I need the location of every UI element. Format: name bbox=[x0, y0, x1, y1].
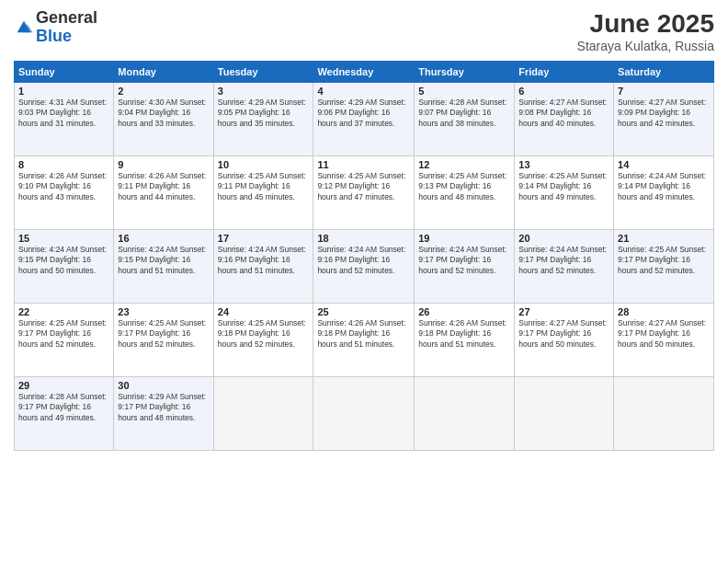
calendar-body: 1Sunrise: 4:31 AM Sunset: 9:03 PM Daylig… bbox=[15, 83, 714, 451]
day-info: Sunrise: 4:24 AM Sunset: 9:17 PM Dayligh… bbox=[418, 245, 510, 276]
week-row-1: 1Sunrise: 4:31 AM Sunset: 9:03 PM Daylig… bbox=[15, 83, 714, 156]
day-info: Sunrise: 4:29 AM Sunset: 9:05 PM Dayligh… bbox=[218, 98, 310, 129]
day-info: Sunrise: 4:25 AM Sunset: 9:14 PM Dayligh… bbox=[518, 171, 609, 202]
day-info: Sunrise: 4:31 AM Sunset: 9:03 PM Dayligh… bbox=[18, 98, 109, 129]
day-info: Sunrise: 4:25 AM Sunset: 9:17 PM Dayligh… bbox=[118, 318, 209, 350]
day-number: 7 bbox=[618, 86, 710, 97]
day-number: 5 bbox=[418, 86, 510, 97]
header-day-saturday: Saturday bbox=[614, 62, 714, 83]
day-number: 20 bbox=[518, 233, 609, 244]
logo-general: General bbox=[36, 9, 97, 28]
day-info: Sunrise: 4:24 AM Sunset: 9:14 PM Dayligh… bbox=[618, 171, 710, 202]
day-number: 4 bbox=[317, 86, 410, 97]
day-number: 10 bbox=[218, 159, 310, 170]
week-row-4: 22Sunrise: 4:25 AM Sunset: 9:17 PM Dayli… bbox=[15, 304, 714, 377]
week-row-3: 15Sunrise: 4:24 AM Sunset: 9:15 PM Dayli… bbox=[15, 230, 714, 304]
day-number: 30 bbox=[118, 380, 209, 391]
header-day-wednesday: Wednesday bbox=[313, 62, 415, 83]
day-info: Sunrise: 4:26 AM Sunset: 9:10 PM Dayligh… bbox=[18, 171, 109, 202]
calendar-cell: 25Sunrise: 4:26 AM Sunset: 9:18 PM Dayli… bbox=[313, 304, 415, 377]
day-number: 13 bbox=[518, 159, 609, 170]
day-number: 6 bbox=[518, 86, 609, 97]
header-day-sunday: Sunday bbox=[15, 62, 114, 83]
calendar-cell: 26Sunrise: 4:26 AM Sunset: 9:18 PM Dayli… bbox=[415, 304, 515, 377]
header-day-monday: Monday bbox=[114, 62, 213, 83]
calendar-cell: 15Sunrise: 4:24 AM Sunset: 9:15 PM Dayli… bbox=[15, 230, 114, 304]
calendar-cell: 19Sunrise: 4:24 AM Sunset: 9:17 PM Dayli… bbox=[415, 230, 515, 304]
day-info: Sunrise: 4:25 AM Sunset: 9:17 PM Dayligh… bbox=[618, 245, 710, 276]
day-number: 28 bbox=[618, 306, 710, 317]
day-number: 12 bbox=[418, 159, 510, 170]
calendar-cell: 21Sunrise: 4:25 AM Sunset: 9:17 PM Dayli… bbox=[614, 230, 714, 304]
calendar-cell: 18Sunrise: 4:24 AM Sunset: 9:16 PM Dayli… bbox=[313, 230, 415, 304]
calendar-cell: 12Sunrise: 4:25 AM Sunset: 9:13 PM Dayli… bbox=[415, 156, 515, 230]
day-info: Sunrise: 4:26 AM Sunset: 9:18 PM Dayligh… bbox=[418, 318, 510, 350]
title-block: June 2025 Staraya Kulatka, Russia bbox=[577, 9, 714, 53]
calendar-cell: 7Sunrise: 4:27 AM Sunset: 9:09 PM Daylig… bbox=[614, 83, 714, 156]
logo: General Blue bbox=[14, 9, 97, 46]
calendar-cell: 16Sunrise: 4:24 AM Sunset: 9:15 PM Dayli… bbox=[114, 230, 213, 304]
day-number: 21 bbox=[618, 233, 710, 244]
day-number: 26 bbox=[418, 306, 510, 317]
day-info: Sunrise: 4:25 AM Sunset: 9:11 PM Dayligh… bbox=[218, 171, 310, 202]
calendar-cell: 5Sunrise: 4:28 AM Sunset: 9:07 PM Daylig… bbox=[415, 83, 515, 156]
day-number: 19 bbox=[418, 233, 510, 244]
calendar-cell: 22Sunrise: 4:25 AM Sunset: 9:17 PM Dayli… bbox=[15, 304, 114, 377]
day-info: Sunrise: 4:27 AM Sunset: 9:09 PM Dayligh… bbox=[618, 98, 710, 129]
calendar-cell: 1Sunrise: 4:31 AM Sunset: 9:03 PM Daylig… bbox=[15, 83, 114, 156]
calendar-table: SundayMondayTuesdayWednesdayThursdayFrid… bbox=[14, 61, 714, 451]
header-day-thursday: Thursday bbox=[415, 62, 515, 83]
subtitle: Staraya Kulatka, Russia bbox=[577, 39, 714, 53]
day-info: Sunrise: 4:28 AM Sunset: 9:17 PM Dayligh… bbox=[18, 392, 109, 423]
calendar-cell: 4Sunrise: 4:29 AM Sunset: 9:06 PM Daylig… bbox=[313, 83, 415, 156]
header: General Blue June 2025 Staraya Kulatka, … bbox=[14, 9, 714, 53]
day-number: 2 bbox=[118, 86, 209, 97]
day-info: Sunrise: 4:26 AM Sunset: 9:18 PM Dayligh… bbox=[317, 318, 410, 350]
calendar-cell: 23Sunrise: 4:25 AM Sunset: 9:17 PM Dayli… bbox=[114, 304, 213, 377]
day-number: 8 bbox=[18, 159, 109, 170]
calendar-cell: 10Sunrise: 4:25 AM Sunset: 9:11 PM Dayli… bbox=[213, 156, 313, 230]
day-info: Sunrise: 4:24 AM Sunset: 9:16 PM Dayligh… bbox=[218, 245, 310, 276]
calendar-cell: 13Sunrise: 4:25 AM Sunset: 9:14 PM Dayli… bbox=[515, 156, 614, 230]
calendar-cell bbox=[515, 377, 614, 451]
calendar-cell: 29Sunrise: 4:28 AM Sunset: 9:17 PM Dayli… bbox=[15, 377, 114, 451]
day-number: 14 bbox=[618, 159, 710, 170]
calendar-cell: 2Sunrise: 4:30 AM Sunset: 9:04 PM Daylig… bbox=[114, 83, 213, 156]
day-info: Sunrise: 4:26 AM Sunset: 9:11 PM Dayligh… bbox=[118, 171, 209, 202]
day-info: Sunrise: 4:27 AM Sunset: 9:17 PM Dayligh… bbox=[518, 318, 609, 350]
day-info: Sunrise: 4:24 AM Sunset: 9:16 PM Dayligh… bbox=[317, 245, 410, 276]
calendar-cell bbox=[614, 377, 714, 451]
calendar-cell bbox=[213, 377, 313, 451]
day-number: 18 bbox=[317, 233, 410, 244]
day-info: Sunrise: 4:25 AM Sunset: 9:13 PM Dayligh… bbox=[418, 171, 510, 202]
logo-text: General Blue bbox=[36, 9, 97, 46]
day-number: 11 bbox=[317, 159, 410, 170]
day-info: Sunrise: 4:27 AM Sunset: 9:17 PM Dayligh… bbox=[618, 318, 710, 350]
calendar-cell: 24Sunrise: 4:25 AM Sunset: 9:18 PM Dayli… bbox=[213, 304, 313, 377]
calendar-cell bbox=[313, 377, 415, 451]
day-info: Sunrise: 4:25 AM Sunset: 9:17 PM Dayligh… bbox=[18, 318, 109, 350]
day-info: Sunrise: 4:29 AM Sunset: 9:17 PM Dayligh… bbox=[118, 392, 209, 423]
calendar-cell: 27Sunrise: 4:27 AM Sunset: 9:17 PM Dayli… bbox=[515, 304, 614, 377]
day-info: Sunrise: 4:30 AM Sunset: 9:04 PM Dayligh… bbox=[118, 98, 209, 129]
day-number: 29 bbox=[18, 380, 109, 391]
calendar-cell: 3Sunrise: 4:29 AM Sunset: 9:05 PM Daylig… bbox=[213, 83, 313, 156]
day-info: Sunrise: 4:25 AM Sunset: 9:18 PM Dayligh… bbox=[218, 318, 310, 350]
day-number: 16 bbox=[118, 233, 209, 244]
main-title: June 2025 bbox=[577, 9, 714, 39]
calendar-cell: 17Sunrise: 4:24 AM Sunset: 9:16 PM Dayli… bbox=[213, 230, 313, 304]
day-number: 15 bbox=[18, 233, 109, 244]
calendar-cell: 20Sunrise: 4:24 AM Sunset: 9:17 PM Dayli… bbox=[515, 230, 614, 304]
calendar-cell: 8Sunrise: 4:26 AM Sunset: 9:10 PM Daylig… bbox=[15, 156, 114, 230]
calendar-cell bbox=[415, 377, 515, 451]
day-number: 22 bbox=[18, 306, 109, 317]
logo-icon bbox=[14, 17, 34, 38]
day-info: Sunrise: 4:25 AM Sunset: 9:12 PM Dayligh… bbox=[317, 171, 410, 202]
day-info: Sunrise: 4:24 AM Sunset: 9:15 PM Dayligh… bbox=[18, 245, 109, 276]
page: General Blue June 2025 Staraya Kulatka, … bbox=[0, 0, 728, 563]
calendar-cell: 11Sunrise: 4:25 AM Sunset: 9:12 PM Dayli… bbox=[313, 156, 415, 230]
day-number: 23 bbox=[118, 306, 209, 317]
header-day-friday: Friday bbox=[515, 62, 614, 83]
day-info: Sunrise: 4:24 AM Sunset: 9:17 PM Dayligh… bbox=[518, 245, 609, 276]
day-number: 27 bbox=[518, 306, 609, 317]
